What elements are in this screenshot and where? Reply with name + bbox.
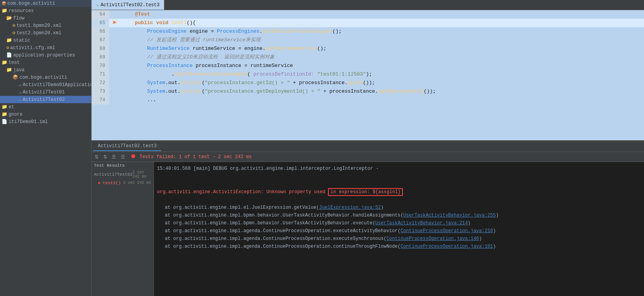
code-line-67: 67 // 发起流程 需要通过 runtimeService来实现 <box>92 36 644 44</box>
bottom-tab-test[interactable]: Activiti7Test02.test3 <box>93 142 161 151</box>
sidebar-item-gnore[interactable]: 📁 gnore <box>0 111 91 118</box>
line-content: System.out.println("processInstance.getI… <box>121 79 644 87</box>
sidebar-item-test[interactable]: 📁 test <box>0 59 91 66</box>
code-line-69: 69 // 通过流程定义ID来启动流程 返回的是流程实例对象 <box>92 53 644 62</box>
console-output: 15:40:01.568 [main] DEBUG org.activiti.e… <box>154 162 644 296</box>
project-sidebar: 📦 com.boge.activiti 📁 resources 📂 flow ⚙… <box>0 0 92 296</box>
sidebar-label: Activiti7Test01 <box>23 90 65 95</box>
line-number: 65 <box>92 19 109 27</box>
line-content: ProcessInstance processInstance = runtim… <box>121 62 644 70</box>
sidebar-item-et[interactable]: 📁 et <box>0 103 91 111</box>
tab-label: Activiti7Test02.test3 <box>98 143 157 149</box>
sidebar-item-test02[interactable]: ☕ Activiti7Test02 <box>0 96 91 103</box>
line-number: 69 <box>92 53 109 62</box>
sidebar-label: java <box>13 67 25 73</box>
console-stack-3: at org.activiti.engine.impl.bpmn.behavio… <box>157 220 641 227</box>
sort-asc-button[interactable]: ⇅ <box>93 153 100 160</box>
folder-icon: 📁 <box>6 67 12 73</box>
code-line-74: 74 ... <box>92 96 644 104</box>
code-line-71: 71 .startProcessInstanceById( processDef… <box>92 70 644 79</box>
right-panel: ☕ Activiti7Test02.test3 64 @Test 65 ▶ <box>92 0 644 296</box>
file-tab-active[interactable]: ☕ Activiti7Test02.test3 <box>92 0 164 10</box>
code-line-68: 68 RuntimeService runtimeService = engin… <box>92 44 644 53</box>
console-link-4[interactable]: ContinueProcessOperation.java:210 <box>401 228 493 234</box>
sidebar-label: gnore <box>9 112 23 117</box>
folder-icon: 📂 <box>6 15 12 21</box>
code-editor: 64 @Test 65 ▶ public void test3(){ 66 <box>92 10 644 140</box>
console-line-blank2 <box>157 181 641 188</box>
sidebar-item-resources[interactable]: 📁 resources <box>0 7 91 14</box>
console-line-blank3 <box>157 196 641 203</box>
console-link-2[interactable]: UserTaskActivityBehavior.java:255 <box>403 213 496 218</box>
line-number: 74 <box>92 96 109 104</box>
xml-file-icon: ⚙ <box>12 30 15 36</box>
line-number: 64 <box>92 10 109 19</box>
prop-file-icon: 📄 <box>6 52 12 58</box>
console-line-blank1 <box>157 173 641 180</box>
line-content: // 通过流程定义ID来启动流程 返回的是流程实例对象 <box>121 53 644 62</box>
test-result-group: Activiti7Test02 2 sec 242 ms <box>92 169 154 180</box>
console-link-6[interactable]: ContinueProcessOperation.java:101 <box>401 244 493 249</box>
sidebar-item-app-props[interactable]: 📄 application.properties <box>0 51 91 59</box>
sidebar-item-com-boge[interactable]: 📦 com.boge.activiti <box>0 0 91 7</box>
test-item-name: test3() <box>103 181 121 185</box>
sidebar-item-com-boge2[interactable]: 📦 com.boge.activiti <box>0 74 91 81</box>
sidebar-item-test1-bpmn[interactable]: ⚙ test1.bpmn20.xml <box>0 22 91 29</box>
bottom-toolbar: ⇅ ⇅ ☰ ☰ Tests failed: 1 of 1 test – 2 se… <box>92 152 644 162</box>
collapse-button[interactable]: ☰ <box>119 153 127 160</box>
sidebar-label: com.boge.activiti <box>7 1 55 6</box>
console-line-1: 15:40:01.568 [main] DEBUG org.activiti.e… <box>157 165 641 172</box>
line-content: ProcessEngine engine = ProcessEngines.ge… <box>121 27 644 36</box>
console-link-1[interactable]: JuelExpression.java:52 <box>319 205 381 210</box>
test-item-icon: ● <box>98 181 101 185</box>
test-group-name: Activiti7Test02 <box>94 172 132 177</box>
line-content: @Test <box>121 10 644 19</box>
sidebar-label: flow <box>13 16 25 21</box>
sidebar-item-test2-bpmn[interactable]: ⚙ test2.bpmn20.xml <box>0 29 91 37</box>
folder-icon: 📁 <box>2 111 7 117</box>
line-number: 67 <box>92 36 109 44</box>
test-status: Tests failed: 1 of 1 test – 2 sec 242 ms <box>131 154 252 160</box>
sort-desc-button[interactable]: ⇅ <box>102 153 109 160</box>
console-stack-5: at org.activiti.engine.impl.agenda.Conti… <box>157 235 641 242</box>
folder-icon: 📁 <box>2 104 7 110</box>
console-link-5[interactable]: ContinueProcessOperation.java:146 <box>386 236 479 241</box>
sidebar-item-demo01-tests[interactable]: ☕ Activiti7Demo01ApplicationTests <box>0 81 91 88</box>
console-error-line: org.activiti.engine.ActivitiException: U… <box>157 189 641 196</box>
code-line-64: 64 @Test <box>92 10 644 19</box>
code-line-65: 65 ▶ public void test3(){ <box>92 19 644 27</box>
java-file-icon: ☕ <box>19 89 21 95</box>
line-number: 71 <box>92 70 109 79</box>
console-link-3[interactable]: UserTaskActivityBehavior.java:214 <box>375 220 468 226</box>
sidebar-label: iti7Demo01.iml <box>9 119 48 125</box>
code-line-72: 72 System.out.println("processInstance.g… <box>92 79 644 87</box>
sidebar-label: application.properties <box>13 53 75 58</box>
sidebar-label: Activiti7Test02 <box>23 97 65 102</box>
line-number: 73 <box>92 87 109 96</box>
test-fail-icon <box>131 154 135 158</box>
sidebar-label: resources <box>9 8 34 14</box>
sidebar-label: test <box>9 60 20 65</box>
package-icon: 📦 <box>2 1 6 6</box>
sidebar-item-java[interactable]: 📁 java <box>0 66 91 74</box>
line-content: public void test3(){ <box>121 19 644 27</box>
java-file-icon: ☕ <box>19 97 21 102</box>
package-icon: 📦 <box>12 74 18 80</box>
expand-button[interactable]: ☰ <box>110 153 118 160</box>
sidebar-label: test2.bpmn20.xml <box>16 30 61 36</box>
code-line-66: 66 ProcessEngine engine = ProcessEngines… <box>92 27 644 36</box>
console-stack-2: at org.activiti.engine.impl.bpmn.behavio… <box>157 212 641 219</box>
sidebar-item-flow[interactable]: 📂 flow <box>0 14 91 22</box>
file-tabs: ☕ Activiti7Test02.test3 <box>92 0 644 10</box>
line-content: // 发起流程 需要通过 runtimeService来实现 <box>121 36 644 44</box>
bottom-tab-bar: Activiti7Test02.test3 <box>92 141 644 152</box>
sidebar-item-activiti-cfg[interactable]: ⚙ activiti.cfg.xml <box>0 44 91 51</box>
test-result-item-test3[interactable]: ● test3() 2 sec 242 ms <box>92 180 154 186</box>
sidebar-item-test01[interactable]: ☕ Activiti7Test01 <box>0 88 91 96</box>
line-content: ... <box>121 96 644 104</box>
line-content: .startProcessInstanceById( processDefini… <box>121 70 644 79</box>
bottom-panel: Activiti7Test02.test3 ⇅ ⇅ ☰ ☰ Tests fail… <box>92 140 644 296</box>
sidebar-item-iml[interactable]: 📄 iti7Demo01.iml <box>0 118 91 125</box>
line-gutter: ▶ <box>109 19 121 25</box>
sidebar-item-static[interactable]: 📁 static <box>0 37 91 44</box>
